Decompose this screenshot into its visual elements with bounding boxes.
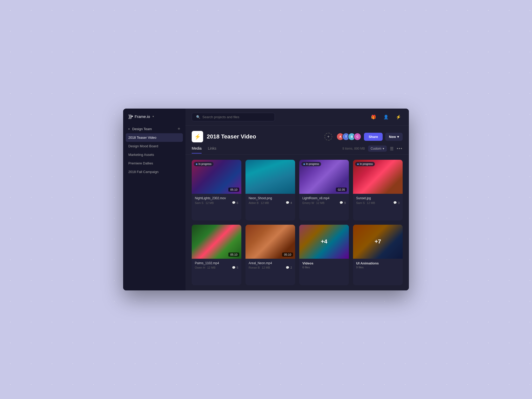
card-filename-lightroom: LightRoom_v8.mp4 bbox=[302, 196, 346, 200]
card-duration-areal-neon: 05:10 bbox=[282, 252, 293, 257]
card-user-sunset: Sam S bbox=[356, 201, 365, 204]
card-info-areal-neon: Areal_Neon.mp4 Ronan B 12 MB 💬 2 bbox=[245, 259, 295, 272]
sidebar-item-premiere-dallies[interactable]: Premiere Dallies bbox=[126, 159, 183, 168]
folder-overlay-count-ui-animations: +7 bbox=[353, 225, 403, 259]
activity-button[interactable]: ⚡ bbox=[394, 113, 403, 121]
card-filename-neon-shoot: Neon_Shoot.png bbox=[249, 196, 292, 200]
badge-dot bbox=[196, 163, 197, 165]
media-card-palms[interactable]: 05:10 Palms_1102.mp4 Owen H 12 MB 💬 5 bbox=[192, 225, 241, 285]
comment-icon: 💬 bbox=[232, 201, 236, 204]
card-user-palms: Owen H bbox=[195, 266, 205, 269]
media-card-videos-folder[interactable]: +4 Videos 6 files bbox=[299, 225, 349, 285]
comment-icon: 💬 bbox=[286, 266, 289, 269]
tab-links[interactable]: Links bbox=[208, 146, 216, 154]
add-member-button[interactable]: + bbox=[324, 133, 332, 141]
project-icon: ⚡ bbox=[192, 131, 203, 142]
card-thumbnail-neon-shoot bbox=[245, 160, 295, 194]
tab-media[interactable]: Media bbox=[192, 146, 202, 154]
sidebar-item-2018-teaser-video[interactable]: 2018 Teaser Video bbox=[126, 133, 183, 142]
card-thumbnail-areal-neon: 05:10 bbox=[245, 225, 295, 259]
badge-dot bbox=[303, 163, 305, 165]
sidebar-item-label: Marketing Assets bbox=[128, 153, 154, 157]
card-filename-areal-neon: Areal_Neon.mp4 bbox=[249, 261, 292, 265]
card-user-neon-shoot: Abbie B bbox=[249, 201, 259, 204]
comment-icon: 💬 bbox=[286, 201, 289, 204]
card-user-areal-neon: Ronan B bbox=[249, 266, 260, 269]
card-meta-nightlights: Sam S 12 MB 💬 6 bbox=[195, 201, 238, 204]
sidebar-team-section: ▾ Design Team + 2018 Teaser Video Design… bbox=[123, 124, 185, 176]
top-bar: 🔍 🎁 👤 ⚡ bbox=[185, 109, 409, 126]
card-size-palms: 12 MB bbox=[207, 266, 216, 269]
comment-count-neon-shoot: 4 bbox=[290, 201, 292, 204]
search-bar[interactable]: 🔍 bbox=[192, 113, 275, 121]
sidebar: )))• Frame.io ▾ ▾ Design Team + 2018 Tea… bbox=[123, 109, 185, 290]
media-card-nightlights[interactable]: In progress 05:10 NightLights_2302.mov S… bbox=[192, 160, 241, 221]
card-folder-count-videos: 6 files bbox=[302, 266, 346, 269]
card-comments-lightroom: 💬 9 bbox=[340, 201, 346, 204]
card-meta-left: Emery W 12 MB bbox=[302, 201, 324, 204]
comment-count-lightroom: 9 bbox=[344, 201, 346, 204]
project-title-group: ⚡ 2018 Teaser Video bbox=[192, 131, 256, 142]
sidebar-team-header[interactable]: ▾ Design Team + bbox=[126, 124, 183, 133]
gift-button[interactable]: 🎁 bbox=[369, 113, 378, 121]
card-size-lightroom: 12 MB bbox=[316, 201, 324, 204]
media-card-areal-neon[interactable]: 05:10 Areal_Neon.mp4 Ronan B 12 MB 💬 2 bbox=[245, 225, 295, 285]
card-filename-palms: Palms_1102.mp4 bbox=[195, 261, 238, 265]
folder-overlay-count-videos: +4 bbox=[299, 225, 349, 259]
new-chevron-icon: ▾ bbox=[397, 135, 399, 139]
gift-icon: 🎁 bbox=[371, 115, 376, 119]
comment-count-areal-neon: 2 bbox=[290, 266, 292, 269]
card-info-videos-folder: Videos 6 files bbox=[299, 259, 349, 271]
tabs-right: 8 items, 890 MB Custom ▾ ☰ ••• bbox=[342, 145, 403, 154]
share-button[interactable]: Share bbox=[364, 133, 383, 141]
logo-chevron-icon: ▾ bbox=[152, 115, 154, 118]
tabs-bar: Media Links 8 items, 890 MB Custom ▾ ☰ •… bbox=[185, 142, 409, 155]
project-header: ⚡ 2018 Teaser Video + A T B C Share New … bbox=[185, 126, 409, 142]
card-meta-left: Sam S 12 MB bbox=[356, 201, 375, 204]
card-info-sunset: Sunset.jpg Sam S 12 MB 💬 3 bbox=[353, 194, 403, 207]
card-meta-left: Ronan B 12 MB bbox=[249, 266, 270, 269]
card-user-lightroom: Emery W bbox=[302, 201, 314, 204]
media-card-lightroom[interactable]: In progress 02:35 LightRoom_v8.mp4 Emery… bbox=[299, 160, 349, 221]
card-meta-palms: Owen H 12 MB 💬 5 bbox=[195, 266, 238, 269]
sidebar-item-label: Design Mood Board bbox=[128, 144, 158, 148]
avatar-stack: A T B C bbox=[336, 133, 361, 141]
card-thumbnail-sunset: In progress bbox=[353, 160, 403, 194]
card-thumbnail-ui-animations-folder: +7 bbox=[353, 225, 403, 259]
card-info-palms: Palms_1102.mp4 Owen H 12 MB 💬 5 bbox=[192, 259, 241, 272]
card-comments-areal-neon: 💬 2 bbox=[286, 266, 292, 269]
badge-label: In progress bbox=[360, 163, 373, 165]
card-comments-nightlights: 💬 6 bbox=[232, 201, 238, 204]
comment-icon: 💬 bbox=[393, 201, 397, 204]
custom-dropdown[interactable]: Custom ▾ bbox=[368, 145, 387, 152]
card-user-nightlights: Sam S bbox=[195, 201, 203, 204]
sidebar-item-design-mood-board[interactable]: Design Mood Board bbox=[126, 142, 183, 150]
media-card-neon-shoot[interactable]: Neon_Shoot.png Abbie B 12 MB 💬 4 bbox=[245, 160, 295, 221]
more-options-button[interactable]: ••• bbox=[397, 146, 403, 151]
media-card-ui-animations-folder[interactable]: +7 UI Animations 9 files bbox=[353, 225, 403, 285]
card-badge-nightlights: In progress bbox=[194, 162, 214, 166]
comment-icon: 💬 bbox=[232, 266, 236, 269]
card-meta-left: Abbie B 12 MB bbox=[249, 201, 269, 204]
list-view-button[interactable]: ☰ bbox=[390, 146, 394, 151]
card-info-lightroom: LightRoom_v8.mp4 Emery W 12 MB 💬 9 bbox=[299, 194, 349, 207]
search-icon: 🔍 bbox=[196, 115, 200, 119]
search-input[interactable] bbox=[202, 115, 270, 119]
media-card-sunset[interactable]: In progress Sunset.jpg Sam S 12 MB 💬 3 bbox=[353, 160, 403, 221]
card-size-neon-shoot: 12 MB bbox=[261, 201, 269, 204]
sidebar-item-label: 2018 Fall Campaign bbox=[128, 170, 158, 174]
top-bar-actions: 🎁 👤 ⚡ bbox=[369, 113, 403, 121]
user-icon: 👤 bbox=[383, 115, 389, 119]
user-button[interactable]: 👤 bbox=[382, 113, 390, 121]
card-comments-palms: 💬 5 bbox=[232, 266, 238, 269]
card-duration-nightlights: 05:10 bbox=[228, 188, 239, 192]
list-icon: ☰ bbox=[390, 147, 394, 151]
sidebar-item-marketing-assets[interactable]: Marketing Assets bbox=[126, 150, 183, 159]
comment-count-nightlights: 6 bbox=[237, 201, 238, 204]
sidebar-logo[interactable]: )))• Frame.io ▾ bbox=[123, 114, 185, 124]
add-project-button[interactable]: + bbox=[177, 127, 180, 131]
team-chevron-icon: ▾ bbox=[128, 128, 130, 130]
new-button[interactable]: New ▾ bbox=[385, 133, 403, 141]
tabs-left: Media Links bbox=[192, 146, 216, 154]
sidebar-item-2018-fall-campaign[interactable]: 2018 Fall Campaign bbox=[126, 168, 183, 176]
